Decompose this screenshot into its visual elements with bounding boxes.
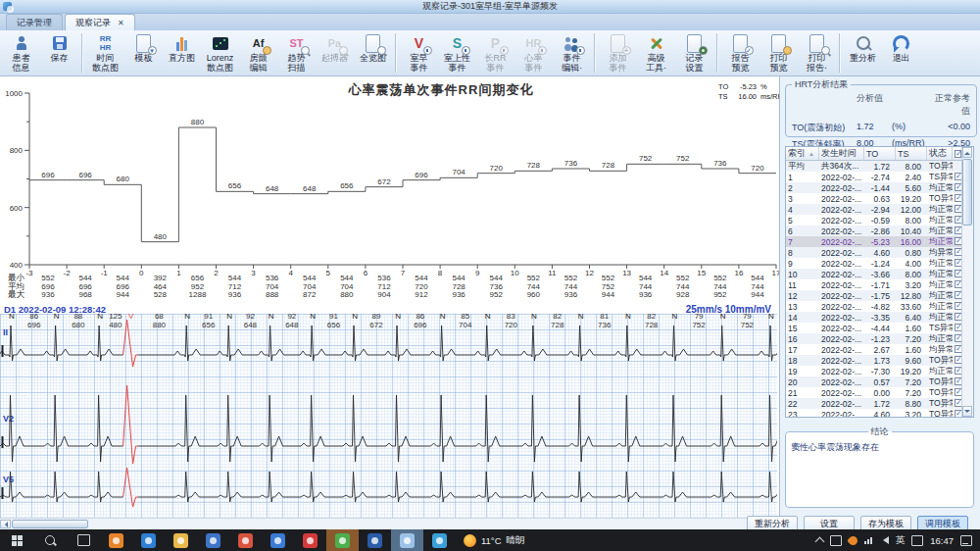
svg-text:936: 936 xyxy=(452,290,466,299)
scrollbar-thumb[interactable] xyxy=(962,159,972,225)
notification-center-icon[interactable] xyxy=(960,535,972,546)
scroll-left-button[interactable] xyxy=(0,520,11,528)
hrt-table-row[interactable]: 132022-02-...-4.8233.60均正常 xyxy=(786,301,973,312)
taskbar-app-ecg-app[interactable] xyxy=(391,529,423,551)
network-icon[interactable] xyxy=(864,537,872,544)
toolbar-button-trend-scan[interactable]: ST趋势扫描 xyxy=(277,32,316,74)
svg-text:696: 696 xyxy=(415,171,428,179)
hrt-table-row[interactable]: 92022-02-...-1.244.00均正常 xyxy=(786,258,973,269)
toolbar-button-report-preview[interactable]: ✓报告预览 xyxy=(721,32,760,74)
toolbar-button-print-report[interactable]: 打印报告· xyxy=(798,32,836,74)
cell-time: 2022-02-... xyxy=(819,280,864,290)
hrt-table-row[interactable]: 62022-02-...-2.8610.40均正常 xyxy=(786,225,973,236)
cell-to: -3.66 xyxy=(864,270,896,279)
hrt-col-status[interactable]: 状态 xyxy=(927,147,953,160)
tab-close-icon[interactable]: ✕ xyxy=(118,19,124,27)
toolbar-button-print-preview[interactable]: 打印预览 xyxy=(760,32,798,74)
af-edit-icon: Af xyxy=(247,33,270,53)
hrt-table-row[interactable]: 192022-02-...-7.3019.20均正常 xyxy=(786,366,973,376)
hrt-table-row[interactable]: 122022-02-...-1.7512.80均正常 xyxy=(786,290,973,301)
taskbar-app-heart-app[interactable] xyxy=(294,529,326,551)
table-vertical-scrollbar[interactable] xyxy=(961,147,973,417)
hrt-table-row[interactable]: 102022-02-...-3.668.00均正常 xyxy=(786,269,973,279)
hrt-table-row[interactable]: 172022-02-...2.671.60均异常 xyxy=(786,344,973,355)
toolbar-button-record-settings[interactable]: 记录设置 xyxy=(675,32,713,74)
toolbar-button-exit[interactable]: 退出 xyxy=(882,32,920,65)
search-icon xyxy=(45,535,55,545)
hrt-col-index[interactable]: 索引▲ xyxy=(786,147,819,160)
app-icon xyxy=(3,2,12,11)
taskbar-app-mail-app[interactable] xyxy=(359,529,391,551)
hrt-table-row[interactable]: 32022-02-...0.6319.20TO异常 xyxy=(786,193,973,204)
tray-app-icon[interactable] xyxy=(830,535,842,546)
hrt-table-row[interactable]: 12022-02-...-2.742.40TS异常 xyxy=(786,172,973,182)
hrt-col-to[interactable]: TO xyxy=(864,147,896,160)
start-button[interactable] xyxy=(0,529,33,551)
cell-to: -7.30 xyxy=(864,367,896,376)
taskbar-app-file-explorer[interactable] xyxy=(165,529,197,551)
hrt-table-row[interactable]: 72022-02-...-5.2316.00均正常 xyxy=(786,236,973,247)
hrt-col-time[interactable]: 发生时间 xyxy=(819,147,864,160)
toolbar-button-sv-events[interactable]: S室上性事件 xyxy=(438,32,476,74)
toolbar-button-save[interactable]: 保存 xyxy=(40,32,78,65)
hrt-table-row[interactable]: 202022-02-...0.577.20TO异常 xyxy=(786,376,973,387)
hrt-table-row[interactable]: 112022-02-...-1.713.20均正常 xyxy=(786,279,973,290)
weather-widget[interactable]: 11°C晴朗 xyxy=(456,529,533,551)
cell-ts: 7.20 xyxy=(896,388,927,398)
taskbar-app-messenger-app[interactable] xyxy=(262,529,294,551)
hrt-table-row[interactable]: 平均共364次...1.728.00TO异常 xyxy=(786,161,973,172)
hrt-table-row[interactable]: 142022-02-...-3.356.40均正常 xyxy=(786,312,973,323)
volume-icon[interactable] xyxy=(879,536,889,544)
taskbar-app-chrome-browser[interactable] xyxy=(229,529,262,551)
hrt-table-row[interactable]: 52022-02-...-0.598.00均正常 xyxy=(786,215,973,225)
cell-to: 1.72 xyxy=(864,399,896,409)
toolbar-button-lorenz-scatter[interactable]: Lorenz散点图 xyxy=(201,32,239,74)
ecg-horizontal-scrollbar[interactable] xyxy=(0,518,779,528)
touch-keyboard-icon[interactable] xyxy=(911,535,923,546)
svg-text:944: 944 xyxy=(117,290,130,299)
taskbar-clock[interactable]: 16:47 xyxy=(930,535,954,546)
toolbar-button-patient-info[interactable]: 患者信息 xyxy=(2,32,40,74)
taskbar-search-button[interactable] xyxy=(33,529,67,551)
select-all-checkbox[interactable] xyxy=(955,150,961,158)
toolbar-button-event-edit[interactable]: 事件编辑· xyxy=(553,32,591,74)
ecg-timestamp: D1 2022-02-09 12:28:42 xyxy=(4,304,106,315)
scrollbar-thumb[interactable] xyxy=(12,520,88,528)
ecg-strip[interactable]: NNNVNNNNNNNNNNNNNN8669688680125480688809… xyxy=(0,304,777,518)
taskbar-app-wechat-app[interactable] xyxy=(326,529,359,551)
toolbar-button-pvc-events[interactable]: V室早事件 xyxy=(400,32,438,74)
taskbar-app-edge-browser[interactable] xyxy=(132,529,165,551)
hrt-table-row[interactable]: 22022-02-...-1.445.60均正常 xyxy=(786,182,973,193)
tab-观察记录[interactable]: 观察记录✕ xyxy=(65,14,135,30)
toolbar-button-overview[interactable]: 全览图 xyxy=(354,32,392,65)
hrt-table-row[interactable]: 222022-02-...1.728.80TO异常 xyxy=(786,398,973,409)
tray-expand-icon[interactable] xyxy=(814,536,824,546)
cell-ts: 9.60 xyxy=(896,356,927,366)
tray-flame-icon[interactable] xyxy=(847,534,859,547)
template-icon: ▾ xyxy=(132,33,156,53)
taskbar-app-photos-app[interactable] xyxy=(197,529,229,551)
hrt-table-row[interactable]: 232022-02-...4.603.20TO异常 xyxy=(786,409,973,418)
toolbar-button-time-scatter[interactable]: RR HR时间散点图 xyxy=(86,32,124,74)
toolbar-button-af-edit[interactable]: Af房颤编辑 xyxy=(239,32,277,74)
hrt-table-row[interactable]: 162022-02-...-1.237.20均正常 xyxy=(786,333,973,344)
hrt-table-row[interactable]: 82022-02-...4.600.80均异常 xyxy=(786,247,973,258)
scroll-down-button[interactable] xyxy=(962,406,972,417)
toolbar-button-histogram[interactable]: 直方图 xyxy=(163,32,201,65)
toolbar-button-template[interactable]: ▾模板 xyxy=(124,32,163,65)
taskbar-app-search-tool[interactable] xyxy=(100,529,132,551)
tab-记录管理[interactable]: 记录管理 xyxy=(6,14,63,30)
hrt-table-row[interactable]: 42022-02-...-2.9412.00均正常 xyxy=(786,204,973,215)
hrt-col-ts[interactable]: TS xyxy=(896,147,927,160)
weather-desc: 晴朗 xyxy=(507,534,525,547)
ime-indicator[interactable]: 英 xyxy=(896,534,906,547)
hrt-table-row[interactable]: 182022-02-...1.739.60TO异常 xyxy=(786,355,973,366)
task-view-button[interactable] xyxy=(67,529,100,551)
hrt-table-row[interactable]: 152022-02-...-4.441.60TS异常 xyxy=(786,323,973,333)
hrt-table-row[interactable]: 212022-02-...0.007.20TO异常 xyxy=(786,387,973,398)
toolbar-button-reanalyze[interactable]: 重分析 xyxy=(844,32,882,65)
taskbar-app-ie-browser[interactable] xyxy=(423,529,456,551)
scroll-up-button[interactable] xyxy=(962,147,972,158)
toolbar-button-advanced-tools[interactable]: 高级工具· xyxy=(637,32,675,74)
conclusion-text[interactable]: 窦性心率震荡现象存在 xyxy=(786,438,973,457)
